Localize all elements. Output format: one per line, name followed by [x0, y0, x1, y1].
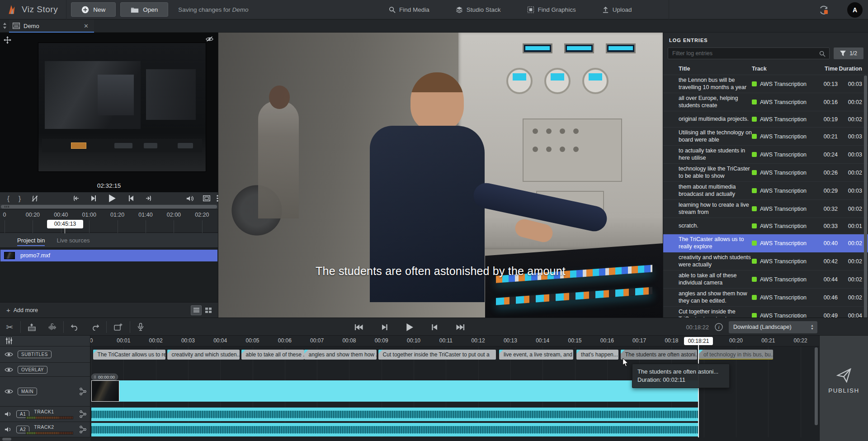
tab-reorder-icon[interactable]: [0, 23, 9, 29]
audio-mixer-icon[interactable]: [5, 337, 13, 344]
main-video-clip[interactable]: [91, 380, 698, 402]
timeline-area[interactable]: 000:0100:0200:0300:0400:0500:0600:0700:0…: [90, 336, 819, 441]
prev-frame-icon[interactable]: [85, 195, 103, 201]
list-view-icon[interactable]: [191, 305, 202, 315]
track-header-main[interactable]: MAIN: [0, 377, 90, 407]
source-zoom-handle[interactable]: [1, 205, 217, 209]
log-entry-row[interactable]: scratch.AWS Transcription00:3300:01: [663, 218, 868, 234]
log-entry-row[interactable]: creativity and which students were actua…: [663, 252, 868, 270]
timeline-vscrollbar[interactable]: [815, 347, 818, 425]
safe-area-icon[interactable]: [199, 195, 214, 201]
source-player-video[interactable]: [0, 33, 218, 182]
hide-overlay-eye-off-icon[interactable]: [206, 36, 213, 42]
undo-icon[interactable]: [65, 323, 85, 331]
col-duration[interactable]: Duration: [838, 66, 862, 72]
log-entry-row[interactable]: all over Europe, helping students create…: [663, 93, 868, 111]
log-entry-row[interactable]: Cut together inside the TriCaster to put…: [663, 307, 868, 318]
studio-stack-button[interactable]: Studio Stack: [456, 6, 501, 13]
eye-icon[interactable]: [5, 351, 13, 357]
subtitle-clip[interactable]: The TriCaster allows us to re...: [93, 350, 165, 360]
voice-over-icon[interactable]: [42, 323, 62, 331]
log-entry-row[interactable]: angles and show them how they can be edi…: [663, 289, 868, 307]
subtitle-clip[interactable]: that's happen...: [576, 350, 618, 360]
move-handle-icon[interactable]: [4, 36, 11, 44]
user-avatar[interactable]: A: [847, 2, 863, 18]
program-preview[interactable]: The students are often astonished by the…: [218, 33, 663, 318]
col-track[interactable]: Track: [752, 66, 814, 72]
hscroll-thumb[interactable]: [2, 438, 11, 441]
speaker-icon[interactable]: [5, 411, 12, 417]
audio-clip[interactable]: [91, 408, 698, 421]
col-time[interactable]: Time: [814, 66, 838, 72]
eye-icon[interactable]: [5, 389, 13, 394]
mark-in-icon[interactable]: {: [0, 195, 14, 202]
link-group-icon[interactable]: [80, 410, 86, 418]
cut-scissors-icon[interactable]: ✂: [0, 322, 19, 332]
bin-item-promo7[interactable]: promo7.mxf: [0, 250, 217, 261]
redo-icon[interactable]: [85, 323, 105, 331]
play-button-icon[interactable]: [103, 194, 122, 202]
publish-button[interactable]: PUBLISH: [819, 336, 868, 441]
add-note-icon[interactable]: [108, 323, 128, 331]
log-entry-row[interactable]: original multimedia projects.AWS Transcr…: [663, 111, 868, 128]
upload-button[interactable]: Upload: [602, 6, 632, 13]
previous-frame-icon[interactable]: [376, 324, 394, 330]
grid-view-icon[interactable]: [205, 308, 212, 313]
log-entry-row[interactable]: the Lennon bus will be travelling 10 mon…: [663, 75, 868, 93]
clear-marks-icon[interactable]: [25, 195, 44, 202]
playhead-line[interactable]: [698, 339, 699, 437]
audio-clip[interactable]: [91, 423, 698, 436]
add-graphic-icon[interactable]: [22, 323, 42, 331]
track-header-overlay[interactable]: OVERLAY: [0, 363, 90, 377]
play-icon[interactable]: [400, 323, 420, 331]
eye-icon[interactable]: [5, 367, 13, 373]
source-zoom-scrollbar[interactable]: [0, 204, 218, 209]
info-icon[interactable]: i: [715, 323, 723, 331]
log-entry-row[interactable]: learning how to create a live stream fro…: [663, 200, 868, 218]
volume-icon[interactable]: [180, 195, 199, 202]
log-entry-row[interactable]: to actually take students in here utilis…: [663, 146, 868, 164]
subtitle-clip[interactable]: able to take all of these ...: [241, 350, 304, 360]
track-header-subtitles[interactable]: SUBTITLES: [0, 346, 90, 363]
source-position-badge[interactable]: 00:45:13: [47, 220, 83, 228]
go-to-in-icon[interactable]: [66, 195, 85, 201]
link-group-icon[interactable]: [80, 426, 86, 433]
mark-out-icon[interactable]: }: [14, 195, 25, 202]
new-button[interactable]: New: [71, 2, 116, 17]
subtitle-clip[interactable]: of technology in this bus, bu...: [699, 350, 773, 360]
track-header-track2[interactable]: A2TRACK2: [0, 422, 90, 437]
next-frame-icon[interactable]: [426, 324, 444, 330]
microphone-icon[interactable]: [132, 323, 150, 331]
subtitle-clip[interactable]: Cut together inside the TriCaster to put…: [378, 350, 496, 360]
subtitle-clip[interactable]: live event, a live stream, and c...: [499, 350, 573, 360]
tab-close-icon[interactable]: ✕: [82, 23, 90, 29]
speaker-icon[interactable]: [5, 427, 12, 432]
log-entry-row[interactable]: able to take all of these individual cam…: [663, 270, 868, 289]
source-timeline-ruler[interactable]: 00:45:13 000:2000:4001:0001:2001:4002:00…: [0, 209, 218, 233]
go-to-out-icon[interactable]: [140, 195, 159, 201]
log-entry-row[interactable]: The TriCaster allows us to really explor…: [663, 234, 868, 252]
log-scrollbar[interactable]: [864, 76, 867, 329]
add-more-button[interactable]: + Add more: [6, 306, 38, 314]
col-title[interactable]: Title: [679, 66, 752, 72]
go-to-start-icon[interactable]: [349, 324, 369, 330]
subtitle-clip[interactable]: The students are often astoni...: [621, 350, 698, 360]
tab-live-sources[interactable]: Live sources: [57, 237, 90, 247]
subtitle-clip[interactable]: creativity and which studen...: [167, 350, 240, 360]
subtitle-clip[interactable]: angles and show them how ...: [304, 350, 377, 360]
log-entry-row[interactable]: Utilising all the technology on board we…: [663, 128, 868, 146]
log-entry-row[interactable]: them about multimedia broadcast and actu…: [663, 182, 868, 200]
tab-project-bin[interactable]: Project bin: [17, 237, 45, 247]
link-group-icon[interactable]: [80, 388, 86, 395]
sync-status-icon[interactable]: [818, 5, 829, 15]
tab-demo[interactable]: Demo ✕: [9, 19, 94, 33]
playhead-time-badge[interactable]: 00:18:21: [684, 337, 713, 345]
log-filter-toggle[interactable]: 1/2: [834, 47, 863, 59]
find-graphics-button[interactable]: Find Graphics: [527, 6, 576, 13]
go-to-end-icon[interactable]: [450, 324, 471, 330]
output-preset-select[interactable]: Download (Landscape) ▲▼: [729, 321, 817, 333]
next-frame-icon[interactable]: [122, 195, 140, 201]
open-button[interactable]: Open: [120, 2, 168, 17]
timeline-hscrollbar[interactable]: [0, 437, 90, 441]
log-filter-input[interactable]: [668, 48, 829, 59]
